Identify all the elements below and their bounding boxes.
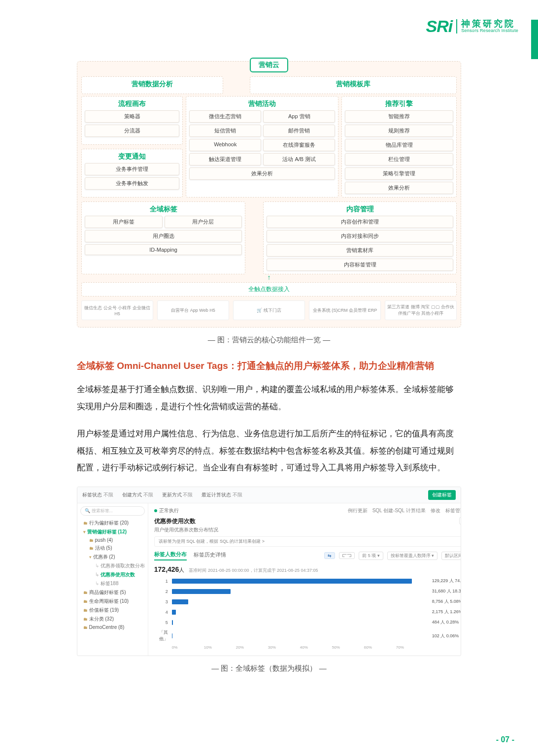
bar-row: 231,680 人 18.37% — [154, 588, 461, 594]
cell: 用户圈选 — [85, 230, 242, 242]
tags-screenshot: 标签状态 不限 创建方式 不限 更新方式 不限 最近计算状态 不限 创建标签 🔍… — [77, 487, 461, 656]
bar-row: 「其他」102 人 0.06% — [154, 629, 461, 642]
chart-type-toggle[interactable]: ⇆ — [324, 552, 335, 559]
cell: 业务事件触发 — [85, 177, 179, 190]
cell: 活动 A/B 测试 — [263, 153, 335, 165]
section-heading: 全域标签 Omni-Channel User Tags：打通全触点的用户标签体系… — [77, 360, 461, 372]
cell: 触达渠道管理 — [189, 153, 261, 165]
cell: App 营销 — [263, 110, 335, 123]
cell-id-mapping: ID-Mapping — [85, 244, 242, 255]
create-tag-button[interactable]: 创建标签 — [428, 490, 456, 500]
chart-mode-toggle[interactable]: ⫍⫎ — [339, 552, 355, 559]
cell: 栏位管理 — [345, 153, 453, 165]
tag-subtitle: 用户使用优惠券次数分布情况 — [154, 526, 461, 533]
channel-box: 微信生态 公众号 小程序 企业微信 H5 — [81, 300, 153, 320]
cell: 用户标签 — [85, 216, 163, 228]
cell: 智能推荐 — [345, 110, 453, 123]
tree-item[interactable]: 生命周期标签 (10) — [83, 597, 145, 606]
cell: 在线弹窗服务 — [263, 139, 335, 151]
more-menu-button[interactable]: ··· — [459, 517, 462, 525]
paragraph: 用户标签是通过对用户属性信息、行为信息、业务信息进行加工后所产生的特征标记，它的… — [77, 426, 461, 477]
cell: 内容标签管理 — [267, 259, 453, 271]
cell: 物品库管理 — [345, 139, 453, 151]
tree-item[interactable]: 行为偏好标签 (20) — [83, 519, 145, 527]
figure-caption-2: — 图：全域标签（数据为模拟） — — [77, 664, 461, 673]
channel-box: 第三方渠道 微博 淘宝 ▢▢ 合作伙伴推广平台 其他小程序 — [385, 300, 457, 320]
sort-select[interactable]: 按标签覆盖人数降序 ▾ — [387, 552, 438, 560]
panel-head-data-analysis: 营销数据分析 — [85, 79, 220, 91]
status-badge: 正常执行 — [154, 507, 179, 514]
paragraph: 全域标签是基于打通全触点数据、识别唯一用户，构建的覆盖公域私域的用户标签体系。全… — [77, 381, 461, 416]
bar-row: 5484 人 0.28% — [154, 619, 461, 625]
meta-item: SQL 创建-SQL 计算结果 — [372, 507, 426, 514]
brand-lockup: SRi 神策研究院 Sensors Research Institute — [426, 17, 518, 36]
tab-history[interactable]: 标签历史详情 — [194, 551, 226, 560]
panel-head-tags: 全域标签 — [85, 204, 242, 216]
meta-item: 标签管理员 — [445, 507, 461, 514]
filter: 更新方式 不限 — [162, 492, 196, 498]
panel-head-change: 变更通知 — [85, 151, 179, 163]
brand-name-en: Sensors Research Institute — [461, 29, 518, 33]
panel-head-activity: 营销活动 — [189, 99, 335, 110]
cell: 邮件营销 — [263, 125, 335, 137]
filter: 创建方式 不限 — [122, 492, 156, 498]
page-number: - 07 - — [496, 735, 514, 744]
channel-row: 微信生态 公众号 小程序 企业微信 H5 自营平台 App Web H5 🛒 线… — [81, 300, 457, 320]
cell: 策略器 — [85, 110, 179, 123]
tree-item[interactable]: push (4) — [83, 536, 145, 544]
tree-item[interactable]: 价值标签 (19) — [83, 606, 145, 615]
panel-head-canvas: 流程画布 — [85, 99, 179, 110]
tree-item[interactable]: 标签188 — [83, 579, 145, 588]
cell: 短信营销 — [189, 125, 261, 137]
tag-detail-pane: 正常执行 例行更新 SQL 创建-SQL 计算结果 修改 标签管理员 优惠券使用… — [148, 503, 461, 656]
panel-head-content: 内容管理 — [267, 204, 453, 216]
topn-select[interactable]: 前 5 项 ▾ — [359, 552, 383, 560]
brand-name-cn: 神策研究院 — [461, 19, 518, 29]
tree-item[interactable]: 优惠券使用次数 — [83, 570, 145, 579]
channel-box: 🛒 线下门店 — [233, 300, 305, 320]
sql-hint[interactable]: 该标签为使用 SQL 创建，根据 SQL 的计算结果创建 > — [154, 536, 461, 547]
cell: 策略引擎管理 — [345, 167, 453, 180]
cell: 分流器 — [85, 125, 179, 137]
marketing-cloud-diagram: 营销云 营销数据分析 营销模板库 流程画布 策略器 分流器 — [77, 61, 461, 328]
figure-caption-1: — 图：营销云的核心功能组件一览 — — [77, 335, 461, 345]
filter: 标签状态 不限 — [82, 492, 116, 498]
cell: 业务事件管理 — [85, 163, 179, 175]
cell: 内容创作和管理 — [267, 216, 453, 228]
cell: 规则推荐 — [345, 125, 453, 137]
cell: 微信生态营销 — [189, 110, 261, 123]
meta-item[interactable]: 修改 — [431, 507, 440, 514]
tag-tree[interactable]: 🔍 搜索标签... 行为偏好标签 (20)营销偏好标签 (12)push (4)… — [77, 503, 148, 656]
cell: Webhook — [189, 139, 261, 151]
tab-bar: 标签人数分布 标签历史详情 ⇆ ⫍⫎ 前 5 项 ▾ 按标签覆盖人数降序 ▾ 默… — [154, 551, 461, 560]
tab-distribution[interactable]: 标签人数分布 — [154, 551, 187, 560]
cell: 营销素材库 — [267, 244, 453, 257]
cell: 效果分析 — [345, 182, 453, 194]
channel-box: 自营平台 App Web H5 — [157, 300, 229, 320]
panel-head-recommend: 推荐引擎 — [345, 99, 453, 110]
range-select[interactable]: 默认区间 ▾ — [441, 552, 461, 560]
tree-item[interactable]: 优惠券 (2) — [83, 553, 145, 561]
brand-mark: SRi — [426, 17, 452, 36]
cell: 内容对接和同步 — [267, 230, 453, 242]
tree-item[interactable]: DemoCentre (8) — [83, 624, 145, 631]
bar-row: 42,175 人 1.26% — [154, 609, 461, 615]
tree-item[interactable]: 营销偏好标签 (12) — [83, 527, 145, 536]
tree-item[interactable]: 活动 (5) — [83, 544, 145, 553]
cell: 用户分层 — [165, 216, 242, 228]
search-input[interactable]: 🔍 搜索标签... — [80, 506, 145, 516]
channel-box: 业务系统 (S)CRM 会员管理 ERP — [309, 300, 381, 320]
filter-bar: 标签状态 不限 创建方式 不限 更新方式 不限 最近计算状态 不限 创建标签 — [77, 487, 461, 503]
edge-accent — [531, 20, 538, 59]
diagram-title-badge: 营销云 — [250, 58, 288, 72]
tree-item[interactable]: 优惠券领取次数分布 — [83, 561, 145, 570]
tag-title: 优惠券使用次数 — [154, 517, 461, 526]
meta-item[interactable]: 例行更新 — [348, 507, 368, 514]
cell: 效果分析 — [189, 167, 335, 180]
summary-line: 172,426人 基准时间 2021-08-25 00:00:00，计算完成于 … — [154, 565, 461, 574]
filter: 最近计算状态 不限 — [202, 492, 245, 498]
data-access-bar: 全触点数据接入 — [81, 282, 457, 296]
tree-item[interactable]: 未分类 (32) — [83, 615, 145, 624]
bar-row: 1129,229 人 74.95% — [154, 578, 461, 584]
tree-item[interactable]: 商品偏好标签 (5) — [83, 588, 145, 597]
